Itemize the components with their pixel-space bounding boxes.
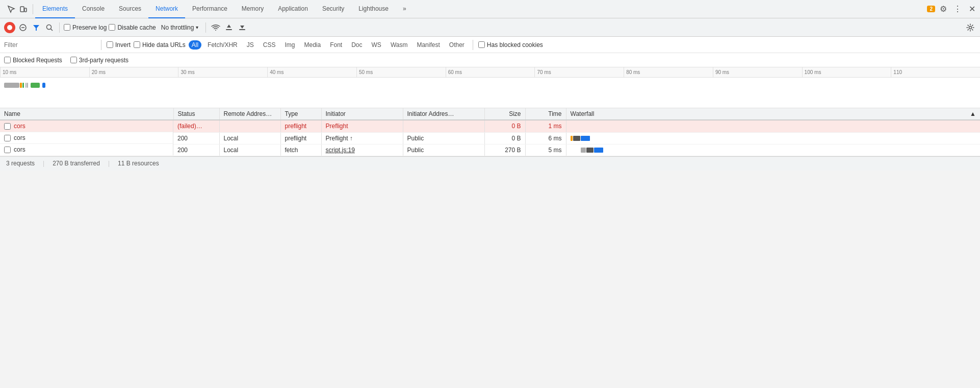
network-settings-icon[interactable]: [965, 22, 976, 33]
devtools-icons: [2, 4, 33, 14]
svg-rect-1: [24, 8, 27, 12]
filter-media[interactable]: Media: [301, 40, 324, 50]
filter-all[interactable]: All: [189, 40, 201, 50]
filter-fetch-xhr[interactable]: Fetch/XHR: [204, 40, 241, 50]
cell-status: (failed)…: [173, 120, 219, 132]
col-status[interactable]: Status: [173, 108, 219, 120]
wifi-icon[interactable]: [210, 22, 221, 33]
table-row[interactable]: cors 200 Local fetch script.js:19 Public…: [0, 144, 980, 156]
tick-80ms: 80 ms: [624, 67, 713, 77]
col-time[interactable]: Time: [525, 108, 566, 120]
row-checkbox[interactable]: [4, 135, 11, 141]
download-icon[interactable]: [237, 22, 248, 33]
settings-button[interactable]: ⚙: [937, 3, 949, 15]
issue-badge[interactable]: 2: [927, 6, 935, 12]
disable-cache-checkbox[interactable]: Disable cache: [109, 24, 156, 31]
svg-marker-4: [33, 25, 39, 31]
tab-bar-right: 2 ⚙ ⋮ ✕: [927, 3, 978, 15]
filter-img[interactable]: Img: [281, 40, 298, 50]
cell-status: 200: [173, 144, 219, 156]
filter-font[interactable]: Font: [327, 40, 345, 50]
search-button[interactable]: [44, 22, 55, 33]
col-name[interactable]: Name: [0, 108, 173, 120]
tab-more[interactable]: »: [396, 0, 414, 18]
stop-button[interactable]: [17, 22, 29, 33]
cell-remote-address: Local: [219, 144, 280, 156]
cell-type: preflight: [280, 120, 321, 132]
col-type[interactable]: Type: [280, 108, 321, 120]
blocked-requests-checkbox[interactable]: Blocked Requests: [4, 57, 62, 64]
svg-line-6: [51, 29, 53, 31]
col-initiator[interactable]: Initiator: [321, 108, 403, 120]
close-button[interactable]: ✕: [966, 3, 978, 15]
initiator-value: Preflight: [326, 123, 348, 130]
cell-initiator: Preflight: [321, 120, 403, 132]
tab-memory[interactable]: Memory: [235, 0, 271, 18]
filter-input[interactable]: [4, 41, 96, 48]
filter-sep-2: [473, 40, 473, 50]
cell-initiator-address: Public: [403, 132, 484, 144]
upload-icon[interactable]: [223, 22, 235, 33]
tab-lighthouse[interactable]: Lighthouse: [351, 0, 396, 18]
cell-time: 6 ms: [525, 132, 566, 144]
cell-initiator: script.js:19: [321, 144, 403, 156]
inspect-icon[interactable]: [6, 4, 16, 14]
col-initiator-address[interactable]: Initiator Addres…: [403, 108, 484, 120]
filter-js[interactable]: JS: [244, 40, 257, 50]
row-name[interactable]: cors: [14, 146, 25, 153]
record-button[interactable]: [4, 22, 15, 33]
filter-ws[interactable]: WS: [369, 40, 384, 50]
timeline: 10 ms 20 ms 30 ms 40 ms 50 ms 60 ms 70 m…: [0, 67, 980, 108]
tick-30ms: 30 ms: [178, 67, 267, 77]
network-table: Name Status Remote Addres… Type Initiato…: [0, 108, 980, 156]
hide-data-urls-checkbox[interactable]: Hide data URLs: [134, 41, 186, 48]
filter-wasm[interactable]: Wasm: [388, 40, 411, 50]
third-party-checkbox[interactable]: 3rd-party requests: [70, 57, 128, 64]
more-button[interactable]: ⋮: [951, 3, 964, 15]
filter-other[interactable]: Other: [446, 40, 468, 50]
tick-20ms: 20 ms: [89, 67, 178, 77]
cell-time: 5 ms: [525, 144, 566, 156]
filter-doc[interactable]: Doc: [348, 40, 365, 50]
col-remote-address[interactable]: Remote Addres…: [219, 108, 280, 120]
row-name[interactable]: cors: [14, 134, 25, 141]
blocked-bar: Blocked Requests 3rd-party requests: [0, 53, 980, 67]
tab-performance[interactable]: Performance: [185, 0, 235, 18]
tab-application[interactable]: Application: [271, 0, 315, 18]
filter-button[interactable]: [31, 22, 42, 33]
filter-manifest[interactable]: Manifest: [414, 40, 443, 50]
svg-marker-8: [227, 25, 231, 28]
waterfall-sort-icon: ▲: [970, 110, 976, 117]
device-icon[interactable]: [18, 4, 29, 14]
blocked-cookies-checkbox[interactable]: Has blocked cookies: [478, 41, 543, 48]
tab-sources[interactable]: Sources: [112, 0, 148, 18]
invert-checkbox[interactable]: Invert: [107, 41, 131, 48]
initiator-link[interactable]: script.js:19: [326, 147, 355, 154]
svg-marker-10: [240, 26, 244, 29]
tab-network[interactable]: Network: [148, 0, 185, 18]
tab-console[interactable]: Console: [75, 0, 112, 18]
tab-elements[interactable]: Elements: [35, 0, 75, 18]
cell-waterfall: [566, 144, 980, 156]
col-size[interactable]: Size: [484, 108, 525, 120]
initiator-value: Preflight ↑: [326, 135, 353, 142]
cell-status: 200: [173, 132, 219, 144]
svg-point-11: [969, 26, 972, 29]
preserve-log-checkbox[interactable]: Preserve log: [64, 24, 107, 31]
cell-waterfall: [566, 132, 980, 144]
col-waterfall[interactable]: Waterfall ▲: [566, 108, 980, 120]
tick-40ms: 40 ms: [267, 67, 356, 77]
row-checkbox[interactable]: [4, 147, 11, 153]
cell-checkbox-name: cors: [0, 132, 173, 144]
table-row[interactable]: cors (failed)… preflight Preflight 0 B 1…: [0, 120, 980, 132]
row-name[interactable]: cors: [14, 123, 25, 130]
row-checkbox[interactable]: [4, 123, 11, 130]
cell-type: fetch: [280, 144, 321, 156]
transferred-size: 270 B transferred: [53, 160, 100, 167]
svg-rect-9: [239, 29, 245, 30]
tab-security[interactable]: Security: [315, 0, 351, 18]
filter-css[interactable]: CSS: [260, 40, 279, 50]
svg-rect-0: [20, 7, 24, 12]
throttle-select[interactable]: No throttling ▾: [158, 23, 202, 32]
table-row[interactable]: cors 200 Local preflight Preflight ↑ Pub…: [0, 132, 980, 144]
